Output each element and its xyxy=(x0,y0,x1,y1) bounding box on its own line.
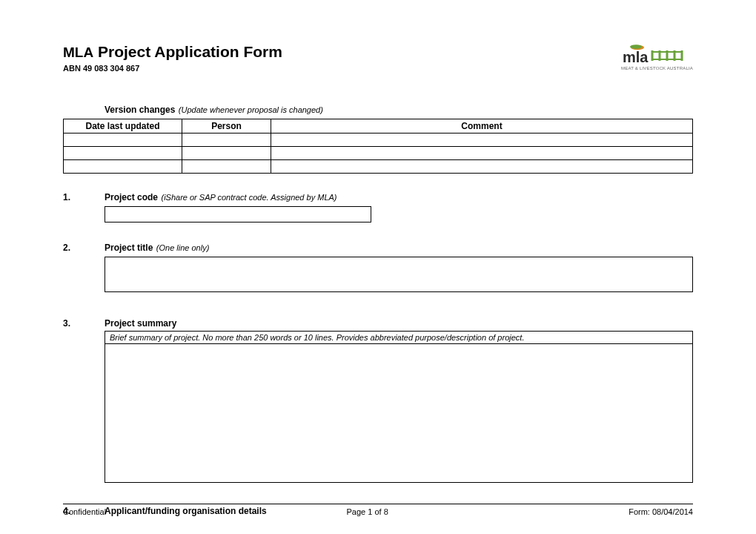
version-changes-table: Date last updated Person Comment xyxy=(63,119,693,174)
cell-comment[interactable] xyxy=(271,147,693,160)
footer-left: Confidential xyxy=(63,507,106,516)
title-main: Project Application Form xyxy=(98,43,282,60)
abn-line: ABN 49 083 304 867 xyxy=(63,64,282,73)
table-row xyxy=(64,160,693,174)
section-note: (iShare or SAP contract code. Assigned b… xyxy=(161,193,336,202)
logo-subtext: MEAT & LIVESTOCK AUSTRALIA xyxy=(621,66,693,70)
footer-center: Page 1 of 8 xyxy=(346,507,388,516)
vc-note: (Update whenever proposal is changed) xyxy=(179,105,323,114)
table-header-row: Date last updated Person Comment xyxy=(64,119,693,134)
page-title: MLA Project Application Form xyxy=(63,43,282,61)
header: MLA Project Application Form ABN 49 083 … xyxy=(63,43,693,73)
project-title-field[interactable] xyxy=(105,257,693,292)
section-note: (One line only) xyxy=(156,243,210,252)
cell-comment[interactable] xyxy=(271,160,693,174)
footer: Confidential Page 1 of 8 Form: 08/04/201… xyxy=(63,504,693,516)
section-label: Project code xyxy=(105,192,158,202)
summary-hint: Brief summary of project. No more than 2… xyxy=(105,331,693,343)
cell-comment[interactable] xyxy=(271,134,693,147)
col-person: Person xyxy=(182,119,271,134)
cell-person[interactable] xyxy=(182,147,271,160)
cell-date[interactable] xyxy=(64,134,182,147)
title-prefix: MLA xyxy=(63,44,93,60)
section-number: 1. xyxy=(63,192,105,202)
col-comment: Comment xyxy=(271,119,693,134)
title-block: MLA Project Application Form ABN 49 083 … xyxy=(63,43,282,73)
section-2: 2. Project title (One line only) xyxy=(63,240,693,312)
section-label: Project title xyxy=(105,243,153,253)
table-row xyxy=(64,134,693,147)
section-label: Project summary xyxy=(105,318,176,329)
version-changes-heading: Version changes (Update whenever proposa… xyxy=(105,102,693,116)
svg-point-1 xyxy=(630,44,642,49)
section-3: 3. Project summary Brief summary of proj… xyxy=(63,316,693,502)
section-1: 1. Project code (iShare or SAP contract … xyxy=(63,190,693,236)
cell-person[interactable] xyxy=(182,134,271,147)
page: MLA Project Application Form ABN 49 083 … xyxy=(0,0,756,534)
table-row xyxy=(64,147,693,160)
cell-person[interactable] xyxy=(182,160,271,174)
section-number: 3. xyxy=(63,318,105,329)
col-date: Date last updated xyxy=(64,119,182,134)
section-number: 2. xyxy=(63,243,105,253)
vc-label: Version changes xyxy=(105,105,175,115)
svg-text:mla: mla xyxy=(623,49,649,65)
footer-right: Form: 08/04/2014 xyxy=(629,507,693,516)
footer-rule xyxy=(63,504,693,504)
cell-date[interactable] xyxy=(64,160,182,174)
cell-date[interactable] xyxy=(64,147,182,160)
project-summary-field[interactable] xyxy=(105,343,693,483)
mla-logo: mla MEAT & LIVESTOCK AUSTRALIA xyxy=(621,43,693,70)
project-code-field[interactable] xyxy=(105,206,371,222)
